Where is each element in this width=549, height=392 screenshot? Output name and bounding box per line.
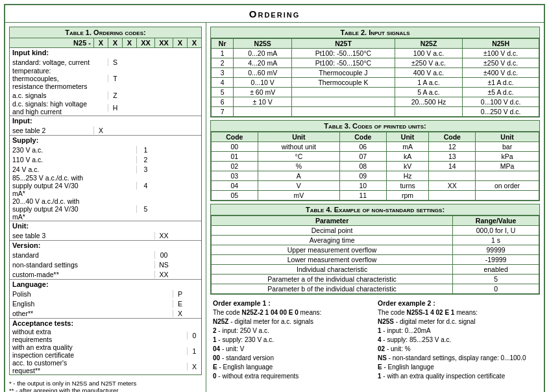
section-version: Version: standard 00 non-standard settin… [10,241,201,280]
table-row: 04V10turnsXXon order [212,181,539,191]
table4-header-row: Parameter Range/Value [212,216,539,226]
footnote1: * - the output is only in N25S and N25T … [9,380,202,387]
table2-col-n25h: N25H [463,39,539,49]
table1-col-xx1: XX [136,38,154,47]
table1-col-x5: X [187,38,201,47]
table-row: temperature: thermocouples,resistance th… [10,67,201,90]
table-row: with an extra quality inspection certifi… [10,343,201,359]
table-row: a.c. signals Z [10,90,201,100]
order-example-1: Order example 1 : The code N25Z-2 1 04 0… [210,297,375,382]
table-row: 5± 60 mV5 A a.c.±5 A d.c. [212,88,539,97]
table-row: 02%08kV14MPa [212,162,539,171]
page-title: Ordering [5,5,544,23]
table-row: 24 V a.c. 3 [10,164,201,174]
order-examples: Order example 1 : The code N25Z-2 1 04 0… [206,297,544,385]
order-example-2-supply: 4 - supply: 85...253 V a.c. [378,336,537,345]
table4-container: Table 4. Example of non-standard setting… [210,204,540,295]
table-row: non-standard settings NS [10,260,201,269]
table2-container: Table 2. Input signals Nr N25S N25T N25Z… [210,27,540,117]
table1-col-x4: X [173,38,187,47]
table-row: custom-made** XX [10,269,201,279]
table2-col-nr: Nr [212,39,234,49]
table-row: acc. to customer's request** X [10,359,201,374]
left-column: Table 1. Ordering codes: N25 - X X X XX … [5,23,206,392]
table3-header-row: Code Unit Code Unit Code Unit [212,132,539,142]
section-acceptance-title: Acceptance tests: [10,319,201,328]
order-example-1-version: 00 - standard version [213,354,372,363]
section-unit: Unit: see table 3 XX [10,221,201,241]
order-example-2-title: Order example 2 : [378,299,537,308]
table-row: 230 V a.c. 1 [10,145,201,154]
order-example-1-n25z: N25Z - digital meter for a.c. signals [213,317,372,326]
table-row: 00without unit06mA12bar [212,142,539,152]
table-row: 40...10 VThermocouple K1 A a.c.±1 A d.c. [212,78,539,88]
order-example-1-supply: 1 - supply: 230 V a.c. [213,336,372,345]
section-language: Language: Polish P English [10,280,201,319]
table-row: 85...253 V a.c./d.c. with supply output … [10,174,201,197]
table1-col-x1: X [93,38,108,47]
table-row: see table 3 XX [10,230,201,240]
table1-header-row: N25 - X X X XX XX X X [10,38,201,48]
section-input-kind: Input kind: standard: voltage, current S… [10,48,201,116]
section-input-title: Input: [10,116,201,125]
order-example-1-lang: E - English language [213,363,372,372]
outer-border: Ordering Table 1. Ordering codes: N25 - … [4,4,545,392]
section-acceptance: Acceptance tests: without extra requirem… [10,319,201,374]
order-example-2: Order example 2 : The code N25S-1 4 02 E… [375,297,540,382]
table2-col-n25s: N25S [234,39,292,49]
table3: Code Unit Code Unit Code Unit 00without … [211,132,539,201]
table-row: Lower measurement overflow-19999 [212,255,539,265]
table-row: Individual characteristicenabled [212,265,539,275]
order-example-1-unit: 04 - unit: V [213,345,372,354]
main-layout: Table 1. Ordering codes: N25 - X X X XX … [5,23,544,392]
table-row: standard: voltage, current S [10,57,201,67]
table-row: Upper measurement overflow99999 [212,245,539,255]
table2-title: Table 2. Input signals [211,27,539,38]
table-row: 20...40 V a.c./d.c. with supply output 2… [10,197,201,221]
order-example-1-input: 2 - input: 250 V a.c. [213,326,372,336]
order-example-1-line1: The code N25Z-2 1 04 00 E 0 means: [213,308,372,317]
order-example-2-input: 1 - input: 0...20mA [378,326,537,336]
table3-title: Table 3. Codes of printed units: [211,121,539,132]
table-row: Parameter a of the individual characteri… [212,275,539,284]
right-column: Table 2. Input signals Nr N25S N25T N25Z… [206,23,544,392]
section-supply-title: Supply: [10,136,201,145]
table1-container: Table 1. Ordering codes: N25 - X X X XX … [9,27,202,375]
table-row: Decimal point000,0 for I, U [212,226,539,236]
table-row: 24...20 mAPt100: -50...150°C±250 V a.c.±… [212,58,539,68]
table1-col-x2: X [108,38,122,47]
table-row: 05mV11rpm [212,191,539,201]
section-version-title: Version: [10,241,201,250]
table-row: Polish P [10,289,201,299]
table2-col-n25z: N25Z [395,39,462,49]
table-row: 110 V a.c. 2 [10,154,201,164]
table1-header-label: N25 - [10,38,93,47]
section-input-kind-title: Input kind: [10,48,201,57]
table1-title: Table 1. Ordering codes: [10,27,201,38]
table2-col-n25t: N25T [292,39,395,49]
order-example-2-acc: 1 - with an extra quality inspection cer… [378,372,537,381]
table-row: 01°C07kA13kPa [212,152,539,162]
table4-title: Table 4. Example of non-standard setting… [211,204,539,215]
table1-col-xx2: XX [154,38,173,47]
order-example-1-acc: 0 - without extra requirements [213,372,372,381]
table-row: 10...20 mAPt100: -50...150°C100 V a.c.±1… [212,49,539,58]
footnotes: * - the output is only in N25S and N25T … [5,378,206,392]
section-language-title: Language: [10,280,201,289]
table-row: without extra requirements 0 [10,328,201,343]
table2: Nr N25S N25T N25Z N25H 10...20 mAPt100: … [211,38,539,117]
table-row: see table 2 X [10,125,201,135]
order-example-2-line1: The code N25S-1 4 02 E 1 means: [378,308,537,317]
table-row: 70...250 V d.c. [212,107,539,117]
table3-container: Table 3. Codes of printed units: Code Un… [210,120,540,201]
table-row: Parameter b of the individual characteri… [212,284,539,294]
table2-header-row: Nr N25S N25T N25Z N25H [212,39,539,49]
footnote2: ** - after agreeing with the manufacture… [9,387,202,392]
order-example-2-unit: 02 - unit: % [378,345,537,354]
table-row: 30...60 mVThermocouple J400 V a.c.±400 V… [212,68,539,78]
table4: Parameter Range/Value Decimal point000,0… [211,215,539,294]
order-example-2-lang: E - English languge [378,363,537,372]
table-row: other** X [10,308,201,318]
table-row: English E [10,299,201,308]
order-example-2-version: NS - non-standard settings, display rang… [378,354,537,363]
